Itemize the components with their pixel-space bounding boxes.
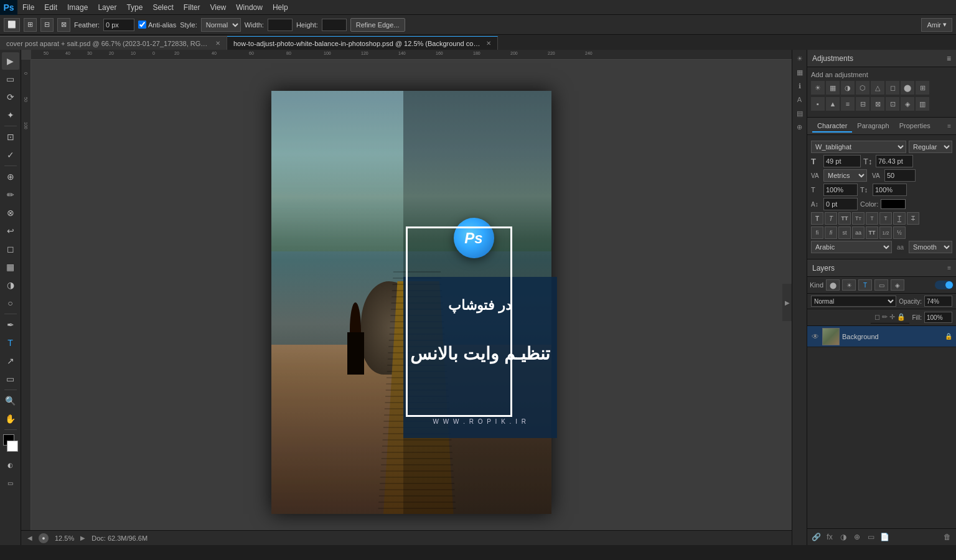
magic-wand-tool[interactable]: ✦ [2,106,19,124]
style-select[interactable]: Normal [201,18,241,32]
bold-btn[interactable]: T [811,212,823,225]
photo-filter-btn[interactable]: ▪ [811,97,825,111]
width-input[interactable] [268,19,293,31]
opacity-input[interactable] [924,296,952,307]
vert-adjustments-btn[interactable]: ☀ [794,52,806,65]
history-brush-tool[interactable]: ↩ [2,222,19,240]
menu-layer[interactable]: Layer [93,0,121,14]
subscript-btn[interactable]: T [879,212,892,225]
threshold-btn[interactable]: ⊡ [886,97,899,111]
user-dropdown-icon[interactable]: ▾ [943,21,947,29]
menu-file[interactable]: File [17,0,39,14]
healing-tool[interactable]: ⊕ [2,168,19,185]
dodge-tool[interactable]: ○ [2,294,19,312]
antialiasing-select[interactable]: Smooth [909,241,952,253]
tab-character[interactable]: Character [812,120,852,133]
st-btn[interactable]: st [838,226,851,239]
menu-edit[interactable]: Edit [39,0,62,14]
eraser-tool[interactable]: ◻ [2,240,19,258]
channel-mixer-btn[interactable]: ▲ [826,97,840,111]
screen-mode-btn[interactable]: ▭ [2,474,19,492]
fraction-btn[interactable]: 1/2 [879,226,892,239]
selective-color-btn[interactable]: ▥ [916,97,929,111]
color-balance-btn[interactable]: ⬤ [901,81,914,95]
scale-h-input[interactable] [823,184,858,196]
menu-select[interactable]: Select [148,0,178,14]
anti-alias-label[interactable]: Anti-alias [138,21,176,29]
menu-type[interactable]: Type [121,0,148,14]
ordinal-btn[interactable]: TT [866,226,878,239]
font-style-select[interactable]: Regular [909,141,952,153]
status-arrow-left[interactable]: ◀ [27,534,32,541]
smallcaps-btn[interactable]: TT [852,212,865,225]
font-family-select[interactable]: W_tablighat [811,141,906,153]
filter-pixel-btn[interactable]: ⬤ [826,279,840,291]
tab-2[interactable]: how-to-adjust-photo-white-balance-in-pho… [227,36,498,50]
filter-toggle-switch[interactable] [935,281,954,289]
vert-channels-btn[interactable]: ⊕ [794,121,806,133]
type-tool[interactable]: T [2,334,19,352]
layer-background[interactable]: 👁 Background 🔒 [807,326,956,347]
language-select[interactable]: Arabic [811,241,892,253]
vert-info-btn[interactable]: ℹ [794,80,806,92]
layer-fx-btn[interactable]: fx [823,531,836,543]
fraction2-btn[interactable]: ½ [893,226,906,239]
vert-layers-btn[interactable]: ▤ [794,107,806,119]
invert-btn[interactable]: ⊟ [856,97,869,111]
italic-btn[interactable]: T [825,212,837,225]
filter-adj-btn[interactable]: ☀ [842,279,856,291]
vert-histogram-btn[interactable]: ▦ [794,66,806,78]
bw-btn[interactable]: ⊞ [916,81,929,95]
text-color-swatch[interactable] [881,199,906,209]
height-input[interactable] [322,19,347,31]
anti-alias-checkbox[interactable] [138,21,146,29]
layers-panel-menu-btn[interactable]: ≡ [947,264,951,271]
move-tool[interactable]: ▶ [2,52,19,70]
layer-mask-btn[interactable]: ◑ [837,531,850,543]
superscript-btn[interactable]: T [866,212,878,225]
lock-position-icon[interactable]: ✛ [889,313,895,321]
canvas-area[interactable]: 50 40 30 20 10 0 20 40 60 80 100 120 140… [21,50,792,545]
hand-tool[interactable]: ✋ [2,410,19,427]
filter-type-btn[interactable]: T [858,279,872,291]
intersect-selection-btn[interactable]: ⊠ [57,18,70,32]
layer-delete-btn[interactable]: 🗑 [941,531,954,543]
lock-transparent-icon[interactable]: ◻ [874,313,880,321]
char-panel-menu-btn[interactable]: ≡ [947,123,951,129]
leading-input[interactable] [876,155,913,167]
clone-stamp-tool[interactable]: ⊗ [2,204,19,222]
menu-view[interactable]: View [205,0,231,14]
filter-smart-btn[interactable]: ◈ [891,279,904,291]
menu-help[interactable]: Help [268,0,293,14]
fi-ligature-btn[interactable]: fi [811,226,823,239]
blur-tool[interactable]: ◑ [2,276,19,294]
path-selection-tool[interactable]: ↗ [2,352,19,370]
layer-link-btn[interactable]: 🔗 [810,531,822,543]
background-color[interactable] [7,441,18,452]
lasso-tool[interactable]: ⟳ [2,88,19,106]
curves-btn[interactable]: ◑ [841,81,855,95]
scale-v-input[interactable] [873,184,907,196]
eyedropper-tool[interactable]: ✓ [2,146,19,164]
color-lookup-btn[interactable]: ≡ [841,97,855,111]
pen-tool[interactable]: ✒ [2,316,19,334]
fill-input[interactable] [924,312,952,323]
vibrance-btn[interactable]: △ [871,81,884,95]
zoom-tool[interactable]: 🔍 [2,392,19,409]
feather-input[interactable] [103,19,134,31]
underline-btn[interactable]: T [893,212,906,225]
menu-image[interactable]: Image [62,0,93,14]
hue-sat-btn[interactable]: ◻ [886,81,899,95]
posterize-btn[interactable]: ⊠ [871,97,884,111]
aa-btn[interactable]: aa [852,226,865,239]
kerning-select[interactable]: Metrics [823,169,867,182]
status-arrow-right[interactable]: ▶ [80,534,85,541]
adjustments-expand-btn[interactable]: ≡ [947,54,951,63]
tracking-input[interactable] [884,169,916,182]
vert-character-btn[interactable]: A [794,93,806,106]
tab-1-close[interactable]: ✕ [215,40,220,47]
brightness-contrast-btn[interactable]: ☀ [811,81,825,95]
levels-btn[interactable]: ▦ [826,81,840,95]
gradient-map-btn[interactable]: ◈ [901,97,914,111]
menu-filter[interactable]: Filter [179,0,205,14]
